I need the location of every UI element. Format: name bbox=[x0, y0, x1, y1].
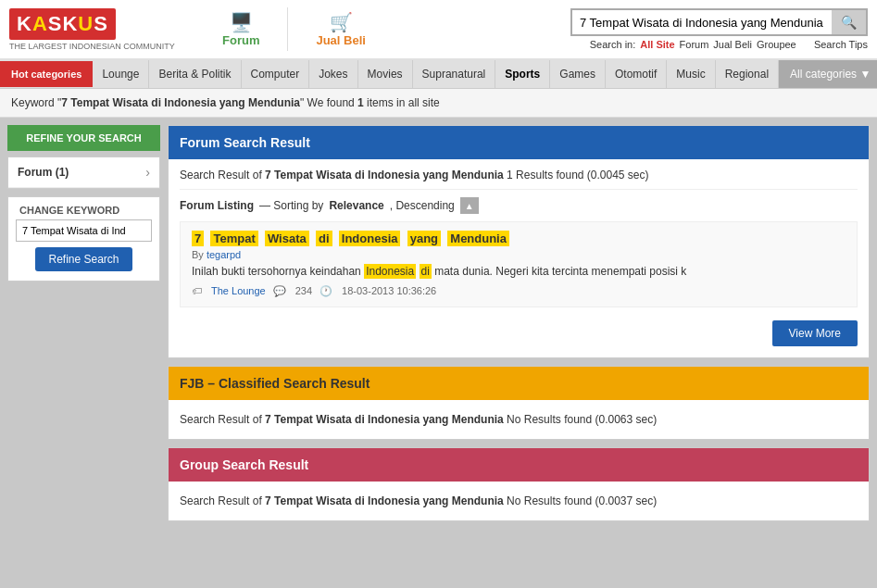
category-nav: Hot categories Lounge Berita & Politik C… bbox=[0, 60, 877, 89]
cat-item-movies[interactable]: Movies bbox=[358, 60, 413, 88]
header-nav: 🖥️ Forum 🛒 Jual Beli bbox=[194, 7, 570, 51]
all-categories-button[interactable]: All categories ▼ bbox=[779, 60, 877, 88]
group-section: Group Search Result Search Result of 7 T… bbox=[168, 447, 870, 521]
fjb-result-prefix: Search Result of bbox=[180, 413, 265, 426]
keyword-suffix: " We found bbox=[300, 96, 357, 109]
keyword-count: 1 bbox=[357, 96, 364, 109]
fjb-result-keyword: 7 Tempat Wisata di Indonesia yang Mendun… bbox=[265, 413, 504, 426]
forum-section-header: Forum Search Result bbox=[169, 126, 869, 159]
forum-section-body: Search Result of 7 Tempat Wisata di Indo… bbox=[169, 159, 869, 357]
forum-result-prefix: Search Result of bbox=[180, 169, 265, 181]
search-box: 🔍 bbox=[570, 8, 868, 36]
group-result-prefix: Search Result of bbox=[180, 494, 265, 507]
forum-result-suffix: 1 Results found (0.0045 sec) bbox=[507, 169, 648, 181]
body-rest: mata dunia. Negeri kita tercinta menempa… bbox=[434, 265, 686, 278]
comment-count: 234 bbox=[295, 285, 312, 296]
sidebar-arrow-icon[interactable]: › bbox=[145, 165, 150, 180]
keyword-prefix: Keyword " bbox=[11, 96, 61, 109]
body-hl-di: di bbox=[420, 264, 432, 279]
group-section-header: Group Search Result bbox=[169, 448, 869, 482]
forum-sorting-text: — Sorting by bbox=[259, 199, 323, 212]
comment-icon: 💬 bbox=[273, 285, 286, 297]
title-hl-yang: yang bbox=[407, 231, 441, 246]
logo-area: KASKUS THE LARGEST INDONESIAN COMMUNITY bbox=[9, 8, 194, 51]
lounge-link[interactable]: The Lounge bbox=[211, 285, 266, 296]
forum-result-keyword: 7 Tempat Wisata di Indonesia yang Mendun… bbox=[265, 169, 504, 181]
cat-item-regional[interactable]: Regional bbox=[716, 60, 779, 88]
cat-item-otomotif[interactable]: Otomotif bbox=[606, 60, 667, 88]
sidebar: REFINE YOUR SEARCH Forum (1) › CHANGE KE… bbox=[7, 125, 160, 529]
keyword-postfix: items in all site bbox=[364, 96, 440, 109]
cat-item-supranatural[interactable]: Supranatural bbox=[413, 60, 496, 88]
title-hl-indonesia: Indonesia bbox=[339, 231, 401, 246]
forum-section: Forum Search Result Search Result of 7 T… bbox=[168, 125, 870, 358]
tag-icon: 🏷 bbox=[192, 285, 202, 296]
cat-item-berita[interactable]: Berita & Politik bbox=[149, 60, 241, 88]
jualbeli-icon: 🛒 bbox=[330, 11, 353, 33]
title-hl-tempat: Tempat bbox=[210, 231, 257, 246]
sidebar-forum-section: Forum (1) › bbox=[7, 156, 160, 189]
forum-result-title: 7 Tempat Wisata di Indonesia yang Mendun… bbox=[192, 231, 846, 245]
title-hl-7: 7 bbox=[192, 231, 204, 246]
cat-item-games[interactable]: Games bbox=[550, 60, 606, 88]
search-in: Search in: All Site Forum Jual Beli Grou… bbox=[590, 39, 868, 50]
search-tips-link[interactable]: Search Tips bbox=[814, 39, 868, 50]
fjb-no-result: Search Result of 7 Tempat Wisata di Indo… bbox=[180, 409, 858, 430]
keyword-value: 7 Tempat Wisata di Indonesia yang Mendun… bbox=[61, 96, 300, 109]
logo-subtitle: THE LARGEST INDONESIAN COMMUNITY bbox=[9, 42, 194, 51]
body-hl-indonesia: Indonesia bbox=[364, 264, 416, 279]
clock-icon: 🕐 bbox=[319, 285, 332, 297]
forum-listing-label: Forum Listing bbox=[180, 199, 254, 212]
nav-forum-label: Forum bbox=[222, 33, 259, 47]
hot-categories-button[interactable]: Hot categories bbox=[0, 61, 93, 87]
group-result-keyword: 7 Tempat Wisata di Indonesia yang Mendun… bbox=[265, 494, 504, 507]
forum-result-body: Inilah bukti tersohornya keindahan Indon… bbox=[192, 264, 846, 280]
cat-nav-items: Lounge Berita & Politik Computer Jokes M… bbox=[93, 60, 779, 88]
cat-item-jokes[interactable]: Jokes bbox=[309, 60, 357, 88]
header: KASKUS THE LARGEST INDONESIAN COMMUNITY … bbox=[0, 0, 877, 60]
title-hl-mendunia: Mendunia bbox=[447, 231, 509, 246]
by-label: By bbox=[192, 249, 207, 260]
logo: KASKUS bbox=[9, 8, 116, 40]
fjb-section-header: FJB – Classified Search Result bbox=[169, 367, 869, 400]
forum-result-footer-meta: 🏷 The Lounge 💬 234 🕐 18-03-2013 10:36:26 bbox=[192, 285, 846, 297]
search-in-all[interactable]: All Site bbox=[640, 39, 674, 50]
group-no-result: Search Result of 7 Tempat Wisata di Indo… bbox=[180, 491, 858, 511]
search-in-label: Search in: bbox=[590, 39, 636, 50]
fjb-result-suffix: No Results found (0.0063 sec) bbox=[507, 413, 657, 426]
cat-item-sports[interactable]: Sports bbox=[495, 60, 550, 88]
search-in-groupee[interactable]: Groupee bbox=[757, 39, 796, 50]
sort-direction-button[interactable]: ▲ bbox=[460, 197, 479, 214]
forum-sorting-dir: , Descending bbox=[390, 199, 455, 212]
search-area: 🔍 Search in: All Site Forum Jual Beli Gr… bbox=[570, 8, 868, 50]
cat-item-music[interactable]: Music bbox=[667, 60, 715, 88]
refine-search-label: REFINE YOUR SEARCH bbox=[7, 125, 160, 151]
content-area: Forum Search Result Search Result of 7 T… bbox=[168, 125, 870, 529]
nav-jualbeli[interactable]: 🛒 Jual Beli bbox=[288, 7, 393, 51]
forum-result-item: 7 Tempat Wisata di Indonesia yang Mendun… bbox=[180, 221, 858, 307]
search-in-forum[interactable]: Forum bbox=[680, 39, 709, 50]
sidebar-forum-title: Forum (1) bbox=[18, 166, 145, 179]
search-input[interactable] bbox=[572, 10, 832, 34]
keyword-change-input[interactable] bbox=[16, 219, 152, 242]
title-hl-di: di bbox=[316, 231, 332, 246]
main-content: REFINE YOUR SEARCH Forum (1) › CHANGE KE… bbox=[0, 118, 877, 536]
fjb-section-body: Search Result of 7 Tempat Wisata di Indo… bbox=[169, 400, 869, 439]
refine-search-button[interactable]: Refine Search bbox=[35, 247, 132, 271]
search-button[interactable]: 🔍 bbox=[832, 10, 866, 34]
group-result-suffix: No Results found (0.0037 sec) bbox=[507, 494, 657, 507]
cat-item-computer[interactable]: Computer bbox=[242, 60, 310, 88]
title-hl-wisata: Wisata bbox=[265, 231, 309, 246]
change-keyword-label: CHANGE KEYWORD bbox=[16, 205, 152, 216]
forum-listing-bar: Forum Listing — Sorting by Relevance , D… bbox=[180, 197, 858, 214]
forum-result-meta: Search Result of 7 Tempat Wisata di Indo… bbox=[180, 169, 858, 190]
view-more-area: View More bbox=[180, 313, 858, 348]
nav-jualbeli-label: Jual Beli bbox=[316, 33, 365, 47]
search-in-jualbeli[interactable]: Jual Beli bbox=[713, 39, 752, 50]
keyword-bar: Keyword "7 Tempat Wisata di Indonesia ya… bbox=[0, 89, 877, 118]
forum-sorting-by: Relevance bbox=[329, 199, 383, 212]
author-link[interactable]: tegarpd bbox=[207, 249, 241, 260]
view-more-button[interactable]: View More bbox=[772, 320, 858, 346]
cat-item-lounge[interactable]: Lounge bbox=[93, 60, 149, 88]
nav-forum[interactable]: 🖥️ Forum bbox=[194, 7, 288, 51]
